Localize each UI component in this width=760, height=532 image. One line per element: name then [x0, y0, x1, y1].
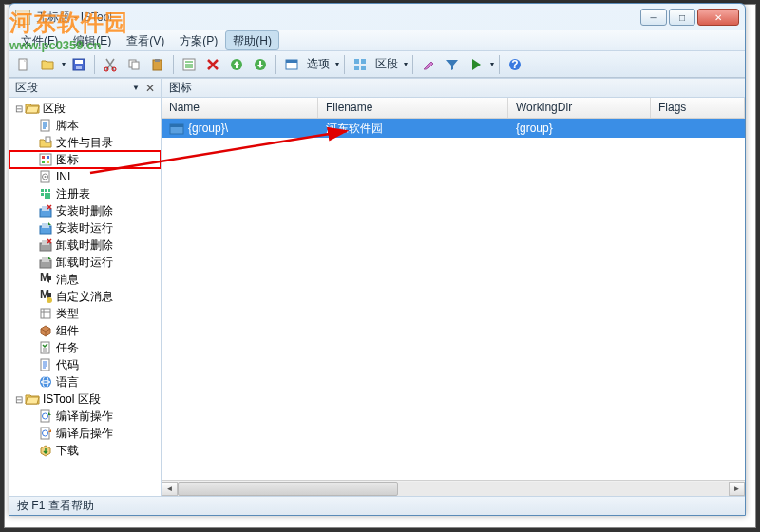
menu-file[interactable]: 文件(F) — [13, 30, 66, 50]
menu-view[interactable]: 查看(V) — [119, 30, 172, 50]
delete-button[interactable] — [202, 54, 223, 75]
tree-item-label: 消息 — [56, 272, 79, 288]
tree-item[interactable]: 任务 — [10, 339, 161, 356]
options-icon[interactable] — [281, 54, 302, 75]
scroll-thumb[interactable] — [178, 482, 398, 496]
tree-item[interactable]: 安装时删除 — [10, 202, 161, 219]
tree-item[interactable]: 图标 — [10, 151, 161, 168]
column-workingdir[interactable]: WorkingDir — [508, 98, 651, 118]
tree-item[interactable]: 卸载时删除 — [10, 237, 161, 254]
tree-item-icon — [38, 118, 53, 133]
filter-button[interactable] — [442, 54, 463, 75]
tree-item-icon — [38, 340, 53, 355]
tree-root-istool[interactable]: ⊟ ISTool 区段 — [10, 390, 161, 408]
cut-button[interactable] — [100, 54, 121, 75]
tree-item-label: 卸载时运行 — [56, 255, 113, 271]
tree-item[interactable]: 代码 — [10, 356, 161, 373]
close-button[interactable]: ✕ — [697, 9, 739, 26]
column-filename[interactable]: Filename — [318, 98, 508, 118]
tree-item[interactable]: 组件 — [10, 322, 161, 339]
tree-item[interactable]: 脚本 — [10, 117, 161, 134]
tree-item-label: 卸载时删除 — [56, 238, 113, 254]
list-header: Name Filename WorkingDir Flags — [162, 98, 745, 119]
tree-item[interactable]: M自定义消息 — [10, 288, 161, 305]
tree-item[interactable]: 下载 — [10, 442, 161, 459]
list-row[interactable]: {group}\ 河东软件园 {group} — [162, 119, 745, 138]
scroll-left-icon[interactable]: ◄ — [162, 482, 178, 496]
tree-item[interactable]: M消息 — [10, 271, 161, 288]
menu-edit[interactable]: 编辑(E) — [66, 30, 119, 50]
brush-button[interactable] — [418, 54, 439, 75]
sidebar-dropdown-icon[interactable]: ▼ — [132, 84, 140, 92]
tree-item-icon — [38, 426, 53, 441]
copy-button[interactable] — [124, 54, 144, 75]
tree-root-sections[interactable]: ⊟ 区段 — [10, 100, 161, 117]
open-button[interactable] — [37, 54, 58, 75]
tree-item[interactable]: INI — [10, 168, 161, 185]
scroll-right-icon[interactable]: ► — [729, 482, 745, 496]
options-label[interactable]: 选项 — [307, 56, 330, 72]
cell-workingdir: {group} — [516, 122, 553, 135]
tree-item[interactable]: 卸载时运行 — [10, 254, 161, 271]
properties-button[interactable] — [179, 54, 200, 75]
tree-label: 区段 — [43, 101, 66, 117]
main-panel: 图标 Name Filename WorkingDir Flags {group… — [162, 79, 745, 496]
tree-item-label: 安装时运行 — [56, 220, 113, 237]
tree-item-label: 脚本 — [56, 118, 79, 134]
tree-item-icon — [38, 357, 53, 372]
titlebar[interactable]: 无标题 - ISTool ─ □ ✕ — [10, 4, 745, 30]
tree-item[interactable]: 注册表 — [10, 185, 161, 202]
down-button[interactable] — [250, 54, 271, 75]
tree-item-icon — [38, 374, 53, 390]
tree-item[interactable]: 语言 — [10, 373, 161, 390]
paste-button[interactable] — [147, 54, 168, 75]
svg-rect-9 — [155, 59, 160, 62]
sections-icon[interactable] — [350, 54, 370, 75]
collapse-icon[interactable]: ⊟ — [13, 394, 25, 405]
cell-name: {group}\ — [188, 122, 228, 135]
tree[interactable]: ⊟ 区段 脚本文件与目录图标INI注册表安装时删除安装时运行卸载时删除卸载时运行… — [10, 98, 161, 496]
tree-item-icon — [38, 323, 53, 338]
menu-help[interactable]: 帮助(H) — [225, 30, 279, 50]
tree-item[interactable]: 编译前操作 — [10, 408, 161, 425]
app-icon — [15, 10, 30, 25]
maximize-button[interactable]: □ — [669, 9, 695, 26]
sections-dropdown-icon[interactable]: ▾ — [404, 60, 408, 68]
open-dropdown-icon[interactable]: ▾ — [62, 60, 66, 68]
svg-rect-16 — [361, 59, 366, 64]
tree-item-label: 图标 — [56, 152, 79, 168]
sections-label[interactable]: 区段 — [375, 56, 398, 72]
scroll-track[interactable] — [178, 482, 729, 496]
svg-rect-21 — [41, 120, 49, 131]
tree-item[interactable]: 文件与目录 — [10, 134, 161, 151]
tree-item[interactable]: 编译后操作 — [10, 425, 161, 442]
svg-rect-31 — [41, 189, 44, 192]
tree-item-label: 语言 — [56, 374, 79, 390]
svg-rect-23 — [40, 154, 51, 165]
tree-item[interactable]: 类型 — [10, 305, 161, 322]
minimize-button[interactable]: ─ — [640, 9, 667, 26]
sidebar-close-icon[interactable]: ✕ — [145, 82, 155, 95]
collapse-icon[interactable]: ⊟ — [13, 104, 25, 114]
column-name[interactable]: Name — [162, 98, 318, 118]
up-button[interactable] — [226, 54, 247, 75]
menu-project[interactable]: 方案(P) — [172, 30, 225, 50]
column-flags[interactable]: Flags — [651, 98, 745, 118]
window: 无标题 - ISTool ─ □ ✕ 文件(F) 编辑(E) 查看(V) 方案(… — [9, 3, 746, 516]
horizontal-scrollbar[interactable]: ◄ ► — [162, 480, 745, 496]
svg-rect-35 — [45, 193, 50, 199]
statusbar: 按 F1 查看帮助 — [10, 496, 745, 515]
help-button[interactable]: ? — [504, 54, 525, 75]
shortcut-icon — [169, 122, 184, 135]
save-button[interactable] — [68, 54, 89, 75]
tree-item-label: 任务 — [56, 340, 79, 356]
svg-rect-26 — [42, 161, 45, 163]
tree-item-icon: M — [38, 289, 53, 304]
run-dropdown-icon[interactable]: ▾ — [490, 60, 494, 68]
list-view[interactable]: Name Filename WorkingDir Flags {group}\ … — [162, 98, 745, 480]
tree-item[interactable]: 安装时运行 — [10, 219, 161, 237]
svg-rect-15 — [354, 59, 359, 64]
new-button[interactable] — [13, 54, 34, 75]
options-dropdown-icon[interactable]: ▾ — [335, 60, 339, 68]
run-button[interactable] — [466, 54, 486, 75]
